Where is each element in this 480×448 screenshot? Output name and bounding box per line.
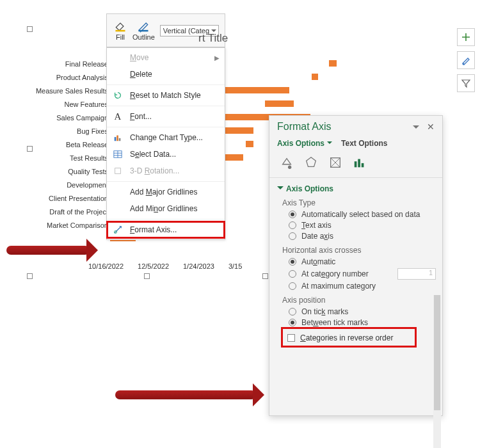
section-axis-options[interactable]: Axis Options [277,184,436,193]
ylabel: Quality Tests [28,165,108,179]
xlabel: 3/15 [228,262,242,270]
svg-rect-13 [355,161,357,167]
menu-3d-rotation: 3-D Rotation... [107,163,225,179]
xlabel: 12/5/2022 [138,262,169,270]
radio-on-ticks-label: On tick marks [301,307,348,316]
ylabel: New Features [28,98,108,111]
menu-format-axis[interactable]: Format Axis... [107,221,225,238]
checkbox-icon [287,334,295,342]
radio-crosses-max[interactable]: At maximum category [289,282,436,291]
svg-rect-14 [358,159,360,168]
radio-date-label: Date axis [301,232,333,241]
ylabel: Sales Campaign [28,111,108,125]
ylabel: Final Release [28,58,108,71]
chart-styles-button[interactable] [457,51,475,69]
ylabel: Product Analysis [28,71,108,84]
handle-tl[interactable] [27,26,33,32]
ylabel: Draft of the Project [28,205,108,219]
fill-line-icon[interactable] [280,156,294,170]
menu-delete[interactable]: Delete [107,66,225,83]
radio-icon [289,308,296,316]
svg-rect-9 [115,168,121,174]
category-number-input[interactable]: 1 [397,268,436,280]
axis-options-icon[interactable] [353,156,367,170]
radio-crosses-auto[interactable]: Automatic [289,257,436,266]
ylabel: Bug Fixes [28,125,108,138]
radio-icon [289,319,296,326]
x-axis-labels[interactable]: 10/16/2022 12/5/2022 1/24/2023 3/15 [88,262,242,270]
ylabel: Test Results [28,152,108,165]
radio-text-label: Text axis [301,221,332,230]
annotation-arrowhead-1 [86,239,109,262]
brush-icon [461,55,471,65]
xlabel: 10/16/2022 [88,262,124,270]
menu-reset-label: Reset to Match Style [130,91,201,100]
svg-rect-3 [116,136,118,141]
menu-add-minor-gridlines[interactable]: Add Minor Gridlines [107,200,225,217]
svg-marker-11 [307,157,316,167]
annotation-arrowhead-2 [253,383,276,406]
radio-icon [289,211,296,218]
radio-on-ticks[interactable]: On tick marks [289,307,436,316]
ylabel: Development [28,179,108,192]
radio-date-axis[interactable]: Date axis [289,232,436,241]
chart-title[interactable]: rt Title [198,32,228,45]
add-element-button[interactable] [457,28,475,46]
menu-major-label: Add Major Gridlines [130,188,197,196]
context-menu: Move ▶ Delete Reset to Match Style A Fon… [106,47,225,240]
menu-add-major-gridlines[interactable]: Add Major Gridlines [107,184,225,200]
menu-delete-label: Delete [130,70,152,79]
menu-select-data[interactable]: Select Data... [107,146,225,163]
menu-minor-label: Add Minor Gridlines [130,204,197,213]
menu-format-axis-label: Format Axis... [130,225,177,234]
menu-font[interactable]: A Font... [107,108,225,125]
outline-button[interactable]: Outline [132,20,155,41]
tab-axis-options[interactable]: Axis Options [277,139,332,148]
radio-auto-select[interactable]: Automatically select based on data [289,210,436,219]
funnel-icon [461,78,471,88]
svg-rect-2 [115,137,116,141]
label-axis-type: Axis Type [282,198,436,207]
select-data-icon [112,148,124,160]
radio-text-axis[interactable]: Text axis [289,221,436,230]
check-reverse-label: Categories in reverse order [300,333,393,342]
annotation-arrow-2 [115,390,256,399]
tab-text-options[interactable]: Text Options [341,139,387,148]
radio-icon [289,282,296,290]
menu-reset[interactable]: Reset to Match Style [107,87,225,104]
radio-between-ticks[interactable]: Between tick marks [289,318,436,327]
handle-br[interactable] [262,273,268,279]
svg-rect-1 [139,30,148,32]
radio-icon [289,221,296,229]
size-properties-icon[interactable] [328,156,342,170]
check-reverse-order[interactable]: Categories in reverse order [287,333,410,342]
menu-move: Move ▶ [107,49,225,66]
chart-filters-button[interactable] [457,74,475,92]
menu-rotation-label: 3-D Rotation... [130,166,179,175]
annotation-arrow-1 [6,246,90,255]
menu-change-type-label: Change Chart Type... [130,133,203,142]
format-axis-icon [112,224,124,236]
label-axis-position: Axis position [282,296,436,305]
radio-crosses-catnum[interactable]: At category number 1 [289,268,436,280]
fill-button[interactable]: Fill [113,20,127,41]
effects-icon[interactable] [304,156,318,170]
pane-scrollbar[interactable] [433,295,441,448]
outline-icon [136,20,150,33]
ylabel: Market Comparison [28,219,108,232]
pane-close-button[interactable]: ✕ [426,122,436,132]
handle-bl[interactable] [27,273,33,279]
reset-icon [112,90,124,101]
handle-bm[interactable] [144,273,150,279]
outline-label: Outline [132,33,155,41]
radio-crosses-auto-label: Automatic [301,257,335,266]
radio-icon [289,232,296,240]
y-axis-labels[interactable]: Final Release Product Analysis Measure S… [28,58,108,246]
pane-options-dropdown[interactable] [413,125,419,132]
menu-font-label: Font... [130,112,152,121]
fill-label: Fill [116,33,125,41]
scrollbar-thumb[interactable] [434,295,440,410]
rotation-icon [112,165,124,177]
chart-type-icon [112,132,124,143]
menu-change-chart-type[interactable]: Change Chart Type... [107,129,225,146]
